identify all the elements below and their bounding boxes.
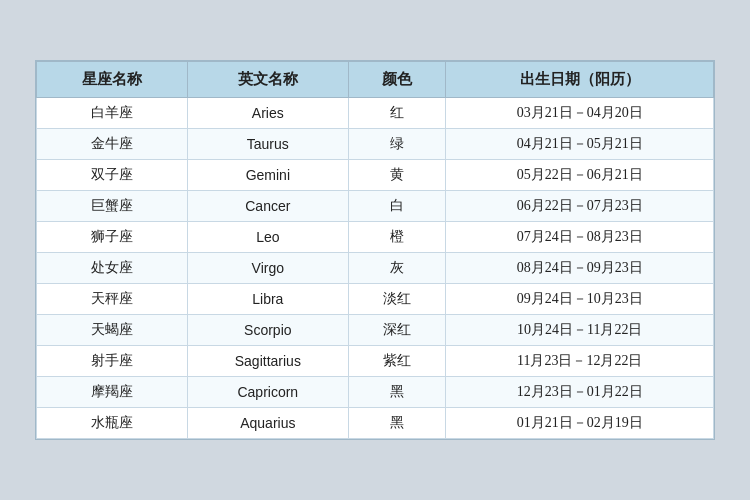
cell-color: 红 bbox=[349, 98, 446, 129]
cell-english-name: Aries bbox=[187, 98, 348, 129]
cell-chinese-name: 巨蟹座 bbox=[37, 191, 188, 222]
zodiac-table: 星座名称 英文名称 颜色 出生日期（阳历） 白羊座Aries红03月21日－04… bbox=[36, 61, 714, 439]
table-row: 摩羯座Capricorn黑12月23日－01月22日 bbox=[37, 377, 714, 408]
table-row: 天蝎座Scorpio深红10月24日－11月22日 bbox=[37, 315, 714, 346]
table-row: 狮子座Leo橙07月24日－08月23日 bbox=[37, 222, 714, 253]
table-row: 白羊座Aries红03月21日－04月20日 bbox=[37, 98, 714, 129]
cell-chinese-name: 天蝎座 bbox=[37, 315, 188, 346]
cell-color: 白 bbox=[349, 191, 446, 222]
cell-dates: 10月24日－11月22日 bbox=[446, 315, 714, 346]
cell-english-name: Leo bbox=[187, 222, 348, 253]
cell-dates: 11月23日－12月22日 bbox=[446, 346, 714, 377]
cell-english-name: Scorpio bbox=[187, 315, 348, 346]
cell-dates: 04月21日－05月21日 bbox=[446, 129, 714, 160]
cell-dates: 01月21日－02月19日 bbox=[446, 408, 714, 439]
cell-dates: 08月24日－09月23日 bbox=[446, 253, 714, 284]
cell-color: 深红 bbox=[349, 315, 446, 346]
cell-color: 灰 bbox=[349, 253, 446, 284]
cell-english-name: Libra bbox=[187, 284, 348, 315]
zodiac-table-wrapper: 星座名称 英文名称 颜色 出生日期（阳历） 白羊座Aries红03月21日－04… bbox=[35, 60, 715, 440]
table-body: 白羊座Aries红03月21日－04月20日金牛座Taurus绿04月21日－0… bbox=[37, 98, 714, 439]
cell-chinese-name: 双子座 bbox=[37, 160, 188, 191]
cell-english-name: Taurus bbox=[187, 129, 348, 160]
cell-english-name: Virgo bbox=[187, 253, 348, 284]
cell-color: 黄 bbox=[349, 160, 446, 191]
table-row: 处女座Virgo灰08月24日－09月23日 bbox=[37, 253, 714, 284]
cell-color: 紫红 bbox=[349, 346, 446, 377]
table-row: 巨蟹座Cancer白06月22日－07月23日 bbox=[37, 191, 714, 222]
cell-english-name: Aquarius bbox=[187, 408, 348, 439]
cell-english-name: Sagittarius bbox=[187, 346, 348, 377]
cell-chinese-name: 射手座 bbox=[37, 346, 188, 377]
table-header-row: 星座名称 英文名称 颜色 出生日期（阳历） bbox=[37, 62, 714, 98]
cell-color: 绿 bbox=[349, 129, 446, 160]
cell-dates: 12月23日－01月22日 bbox=[446, 377, 714, 408]
cell-dates: 06月22日－07月23日 bbox=[446, 191, 714, 222]
cell-chinese-name: 天秤座 bbox=[37, 284, 188, 315]
cell-chinese-name: 白羊座 bbox=[37, 98, 188, 129]
cell-dates: 03月21日－04月20日 bbox=[446, 98, 714, 129]
cell-chinese-name: 摩羯座 bbox=[37, 377, 188, 408]
cell-chinese-name: 处女座 bbox=[37, 253, 188, 284]
table-row: 射手座Sagittarius紫红11月23日－12月22日 bbox=[37, 346, 714, 377]
cell-color: 淡红 bbox=[349, 284, 446, 315]
header-english-name: 英文名称 bbox=[187, 62, 348, 98]
header-color: 颜色 bbox=[349, 62, 446, 98]
cell-english-name: Capricorn bbox=[187, 377, 348, 408]
table-row: 金牛座Taurus绿04月21日－05月21日 bbox=[37, 129, 714, 160]
header-birth-date: 出生日期（阳历） bbox=[446, 62, 714, 98]
cell-dates: 07月24日－08月23日 bbox=[446, 222, 714, 253]
table-row: 水瓶座Aquarius黑01月21日－02月19日 bbox=[37, 408, 714, 439]
cell-dates: 05月22日－06月21日 bbox=[446, 160, 714, 191]
cell-chinese-name: 金牛座 bbox=[37, 129, 188, 160]
cell-english-name: Gemini bbox=[187, 160, 348, 191]
table-row: 双子座Gemini黄05月22日－06月21日 bbox=[37, 160, 714, 191]
cell-color: 黑 bbox=[349, 377, 446, 408]
cell-color: 橙 bbox=[349, 222, 446, 253]
table-row: 天秤座Libra淡红09月24日－10月23日 bbox=[37, 284, 714, 315]
cell-color: 黑 bbox=[349, 408, 446, 439]
cell-chinese-name: 狮子座 bbox=[37, 222, 188, 253]
cell-english-name: Cancer bbox=[187, 191, 348, 222]
cell-dates: 09月24日－10月23日 bbox=[446, 284, 714, 315]
cell-chinese-name: 水瓶座 bbox=[37, 408, 188, 439]
header-chinese-name: 星座名称 bbox=[37, 62, 188, 98]
